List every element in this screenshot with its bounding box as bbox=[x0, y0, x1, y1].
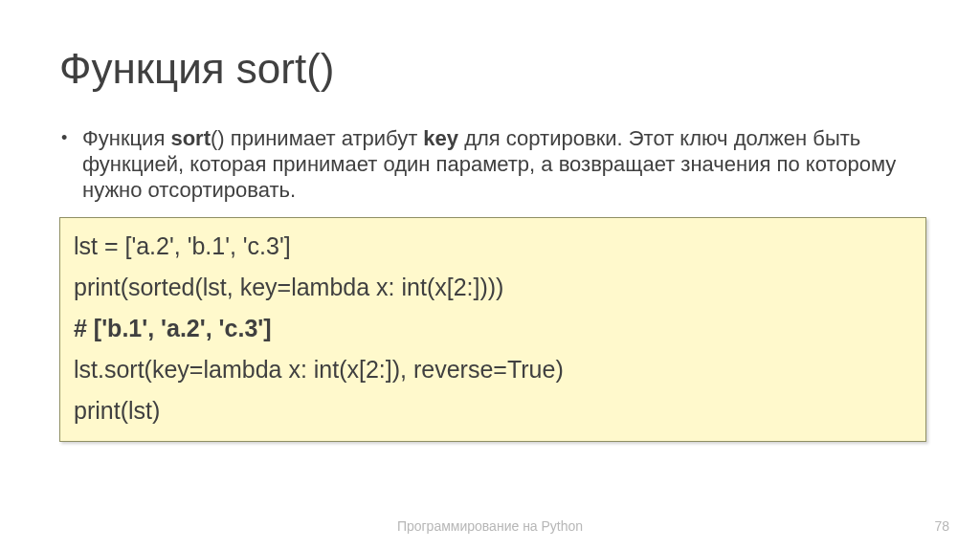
code-line-1: lst = ['a.2', 'b.1', 'c.3'] bbox=[74, 226, 912, 267]
code-line-3-comment: # ['b.1', 'a.2', 'c.3'] bbox=[74, 308, 912, 349]
code-line-2: print(sorted(lst, key=lambda x: int(x[2:… bbox=[74, 267, 912, 308]
footer-caption: Программирование на Python bbox=[0, 518, 980, 534]
code-line-4: lst.sort(key=lambda x: int(x[2:]), rever… bbox=[74, 349, 912, 390]
bullet-bold-sort: sort bbox=[170, 126, 211, 150]
bullet-text-leading: Функция bbox=[82, 126, 170, 150]
code-line-5: print(lst) bbox=[74, 390, 912, 431]
slide-container: Функция sort() Функция sort() принимает … bbox=[0, 0, 980, 549]
page-number: 78 bbox=[934, 518, 949, 534]
slide-title: Функция sort() bbox=[59, 46, 921, 92]
bullet-description: Функция sort() принимает атрибут key для… bbox=[59, 126, 921, 203]
code-block: lst = ['a.2', 'b.1', 'c.3'] print(sorted… bbox=[59, 217, 926, 442]
bullet-bold-key: key bbox=[423, 126, 458, 150]
bullet-text-mid1: () принимает атрибут bbox=[211, 126, 423, 150]
